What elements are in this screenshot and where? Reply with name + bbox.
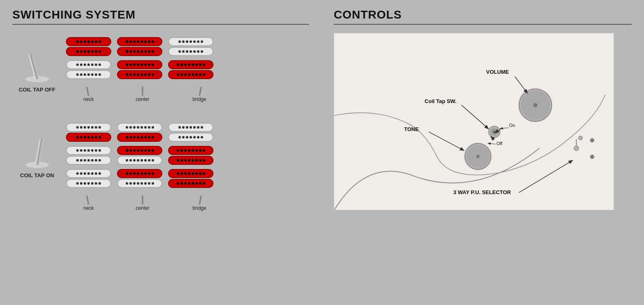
mini-toggle-neck-on xyxy=(84,194,93,205)
left-divider xyxy=(12,24,309,25)
on-row1-bridge xyxy=(168,123,213,142)
off-r2-bridge-coil1 xyxy=(168,60,213,69)
svg-text:⊕: ⊕ xyxy=(590,137,595,143)
off-r1-bridge-coil2 xyxy=(168,47,213,56)
off-pos-bridge-label: bridge xyxy=(192,96,206,102)
coil-off-pickup-diagrams: neck center bridge xyxy=(66,37,225,102)
on-row3-neck xyxy=(66,169,111,188)
off-row2-center xyxy=(117,60,162,79)
off-r1-bridge-coil1 xyxy=(168,37,213,46)
off-row1-center xyxy=(117,37,162,56)
on-r2-neck-coil1 xyxy=(66,146,111,155)
on-r2-bridge-coil2 xyxy=(168,156,213,165)
off-r2-bridge-coil2 xyxy=(168,70,213,79)
off-row2-bridge xyxy=(168,60,213,79)
svg-rect-0 xyxy=(335,33,614,210)
off-row1-neck xyxy=(66,37,111,56)
toggle-stem-on xyxy=(35,138,44,165)
off-pos-center: center xyxy=(117,85,168,102)
svg-point-10 xyxy=(574,146,579,151)
switching-system-panel: SWITCHING SYSTEM COIL TAP OFF xyxy=(0,0,321,305)
off-r2-center-coil2 xyxy=(117,70,162,79)
off-pos-neck: neck xyxy=(66,85,111,102)
off-row1-bridge xyxy=(168,37,213,56)
on-r1-center-coil2 xyxy=(117,133,162,142)
on-row2-neck xyxy=(66,146,111,165)
coil-tap-off-label: COIL TAP OFF xyxy=(19,87,56,93)
on-r3-neck-coil1 xyxy=(66,169,111,178)
toggle-stem-off xyxy=(28,53,39,80)
coil-tap-off-toggle-area: COIL TAP OFF xyxy=(12,33,62,93)
svg-point-3 xyxy=(533,103,537,107)
coil-tap-on-section: COIL TAP ON xyxy=(12,119,309,211)
svg-text:TONE: TONE xyxy=(404,126,419,132)
on-r3-neck-coil2 xyxy=(66,179,111,188)
coil-on-row1 xyxy=(66,123,225,142)
mini-toggle-center-on xyxy=(138,194,147,205)
svg-text:⊕: ⊕ xyxy=(590,153,595,160)
svg-text:VOLUME: VOLUME xyxy=(486,69,509,75)
off-pos-bridge: bridge xyxy=(174,85,225,102)
on-r1-neck-coil1 xyxy=(66,123,111,132)
mini-toggle-bridge-on xyxy=(195,194,204,205)
coil-tap-on-switch xyxy=(23,127,52,168)
on-row1-neck xyxy=(66,123,111,142)
on-pos-neck: neck xyxy=(66,194,111,211)
off-row2-neck xyxy=(66,60,111,79)
on-r3-bridge-coil1 xyxy=(168,169,213,178)
on-r3-bridge-coil2 xyxy=(168,179,213,188)
on-r2-center-coil1 xyxy=(117,146,162,155)
svg-text:3 WAY P.U. SELECTOR: 3 WAY P.U. SELECTOR xyxy=(453,189,511,195)
svg-text:Coil Tap SW.: Coil Tap SW. xyxy=(425,98,457,104)
svg-text:On: On xyxy=(509,123,515,128)
switching-system-title: SWITCHING SYSTEM xyxy=(12,8,309,21)
on-row3-center xyxy=(117,169,162,188)
on-r2-bridge-coil1 xyxy=(168,146,213,155)
off-r2-center-coil1 xyxy=(117,60,162,69)
off-r1-neck-coil1 xyxy=(66,37,111,46)
off-pos-neck-label: neck xyxy=(83,96,94,102)
on-r1-neck-coil2 xyxy=(66,133,111,142)
off-pos-center-label: center xyxy=(136,96,149,102)
coil-on-position-row: neck center bridge xyxy=(66,194,225,211)
mini-toggle-center-off xyxy=(138,85,147,96)
coil-tap-off-switch xyxy=(23,41,52,82)
coil-off-row1 xyxy=(66,37,225,56)
on-r1-bridge-coil1 xyxy=(168,123,213,132)
coil-tap-on-label: COIL TAP ON xyxy=(20,172,54,178)
off-r1-center-coil2 xyxy=(117,47,162,56)
on-r3-center-coil2 xyxy=(117,179,162,188)
coil-tap-on-toggle-area: COIL TAP ON xyxy=(12,119,62,178)
on-r1-bridge-coil2 xyxy=(168,133,213,142)
on-row3-bridge xyxy=(168,169,213,188)
on-row1-center xyxy=(117,123,162,142)
on-row2-center xyxy=(117,146,162,165)
off-r2-neck-coil1 xyxy=(66,60,111,69)
svg-point-6 xyxy=(476,155,480,158)
controls-svg: ⊕ ⊕ VOLUME Coil T xyxy=(334,33,614,210)
coil-on-pickup-diagrams: neck center bridge xyxy=(66,123,225,211)
right-divider xyxy=(334,24,632,25)
on-pos-bridge-label: bridge xyxy=(192,205,206,211)
on-pos-neck-label: neck xyxy=(83,205,94,211)
on-r2-neck-coil2 xyxy=(66,156,111,165)
coil-off-row2 xyxy=(66,60,225,79)
coil-off-position-row: neck center bridge xyxy=(66,85,225,102)
svg-point-12 xyxy=(578,136,583,140)
controls-diagram: ⊕ ⊕ VOLUME Coil T xyxy=(334,33,614,210)
on-row2-bridge xyxy=(168,146,213,165)
on-r3-center-coil1 xyxy=(117,169,162,178)
coil-on-row2 xyxy=(66,146,225,165)
svg-text:Off: Off xyxy=(496,141,503,146)
controls-panel: CONTROLS xyxy=(321,0,644,305)
mini-toggle-bridge-off xyxy=(195,85,204,96)
on-pos-center-label: center xyxy=(136,205,149,211)
on-r2-center-coil2 xyxy=(117,156,162,165)
on-r1-center-coil1 xyxy=(117,123,162,132)
on-pos-center: center xyxy=(117,194,168,211)
controls-title: CONTROLS xyxy=(334,8,632,21)
off-r1-neck-coil2 xyxy=(66,47,111,56)
off-r2-neck-coil2 xyxy=(66,70,111,79)
on-pos-bridge: bridge xyxy=(174,194,225,211)
mini-toggle-neck-off xyxy=(84,85,93,96)
